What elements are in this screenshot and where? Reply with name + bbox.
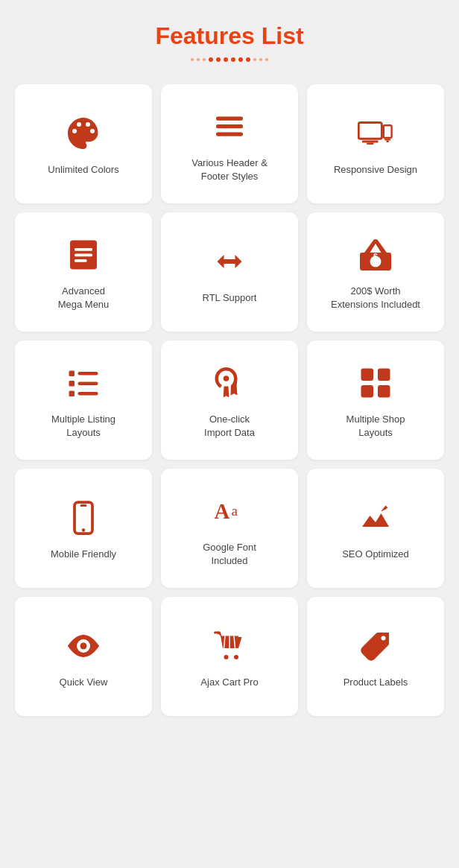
mobile-icon bbox=[66, 500, 101, 536]
feature-card-extensions: $ 200$ WorthExtensions Includedt bbox=[307, 212, 444, 332]
page-title: Features List bbox=[15, 22, 444, 50]
feature-card-shop-layouts: Multiple ShopLayouts bbox=[307, 340, 444, 460]
dot bbox=[216, 57, 221, 62]
feature-label-google-font: Google FontIncluded bbox=[203, 541, 256, 568]
feature-card-ajax-cart: Ajax Cart Pro bbox=[161, 597, 298, 716]
dot bbox=[224, 57, 228, 62]
svg-rect-10 bbox=[75, 248, 92, 251]
svg-point-33 bbox=[234, 655, 238, 659]
feature-card-mobile: Mobile Friendly bbox=[15, 469, 152, 588]
svg-rect-17 bbox=[78, 381, 98, 385]
dot bbox=[265, 58, 268, 61]
feature-card-header-footer: Various Header &Footer Styles bbox=[161, 84, 298, 203]
feature-card-mega-menu: AdvancedMega Menu bbox=[15, 212, 152, 332]
svg-text:A: A bbox=[215, 498, 230, 522]
feature-label-listing-layouts: Multiple ListingLayouts bbox=[51, 413, 115, 440]
svg-rect-0 bbox=[216, 116, 243, 120]
svg-rect-15 bbox=[78, 372, 98, 376]
dot bbox=[231, 57, 235, 62]
feature-label-ajax-cart: Ajax Cart Pro bbox=[200, 676, 258, 689]
svg-rect-11 bbox=[75, 253, 92, 256]
dot bbox=[246, 57, 250, 62]
feature-label-shop-layouts: Multiple ShopLayouts bbox=[346, 413, 405, 440]
feature-label-unlimited-colors: Unlimited Colors bbox=[48, 163, 118, 177]
svg-point-20 bbox=[224, 376, 230, 381]
feature-card-quick-view: Quick View bbox=[15, 597, 152, 716]
eye-icon bbox=[66, 628, 101, 664]
palette-icon bbox=[66, 115, 101, 151]
dot bbox=[209, 57, 213, 62]
tag-icon bbox=[358, 628, 393, 664]
svg-rect-7 bbox=[384, 139, 390, 140]
header: Features List bbox=[15, 22, 444, 62]
features-grid: Unlimited Colors Various Header &Footer … bbox=[15, 84, 444, 716]
dot bbox=[203, 58, 206, 61]
svg-rect-19 bbox=[78, 392, 98, 396]
grid4-icon bbox=[358, 365, 393, 401]
svg-rect-21 bbox=[361, 368, 374, 381]
feature-label-responsive: Responsive Design bbox=[334, 163, 417, 177]
rtl-icon bbox=[212, 244, 247, 279]
svg-rect-4 bbox=[384, 125, 392, 138]
feature-card-unlimited-colors: Unlimited Colors bbox=[15, 84, 152, 203]
document-icon bbox=[66, 237, 101, 273]
svg-rect-14 bbox=[69, 370, 75, 376]
feature-card-product-labels: Product Labels bbox=[307, 597, 444, 716]
svg-rect-16 bbox=[69, 381, 75, 387]
responsive-icon bbox=[358, 115, 393, 151]
svg-point-27 bbox=[82, 528, 86, 532]
svg-rect-6 bbox=[367, 143, 374, 145]
svg-rect-18 bbox=[69, 390, 75, 396]
dot bbox=[253, 58, 256, 61]
header-dots bbox=[15, 57, 444, 62]
menu-icon bbox=[212, 109, 247, 145]
svg-rect-3 bbox=[358, 123, 382, 139]
svg-rect-12 bbox=[75, 259, 87, 262]
feature-label-seo: SEO Optimized bbox=[342, 548, 409, 561]
feature-label-quick-view: Quick View bbox=[60, 676, 108, 689]
feature-card-one-click: One-clickImport Data bbox=[161, 340, 298, 460]
feature-label-header-footer: Various Header &Footer Styles bbox=[191, 156, 268, 183]
svg-rect-2 bbox=[216, 132, 243, 136]
svg-rect-24 bbox=[378, 385, 390, 398]
svg-rect-1 bbox=[216, 124, 243, 128]
feature-label-mega-menu: AdvancedMega Menu bbox=[58, 285, 110, 311]
svg-rect-26 bbox=[80, 504, 87, 507]
dot bbox=[191, 58, 194, 61]
cart-icon bbox=[212, 628, 247, 664]
feature-label-mobile: Mobile Friendly bbox=[51, 548, 116, 561]
dot bbox=[238, 57, 243, 62]
feature-card-responsive: Responsive Design bbox=[307, 84, 444, 203]
feature-label-product-labels: Product Labels bbox=[344, 676, 408, 689]
feature-label-extensions: 200$ WorthExtensions Includedt bbox=[331, 285, 420, 311]
feature-card-seo: SEO Optimized bbox=[307, 469, 444, 588]
dot bbox=[259, 58, 262, 61]
page-wrapper: Features List Unlimited Colors Various H… bbox=[0, 0, 459, 746]
svg-rect-8 bbox=[386, 141, 389, 142]
svg-point-30 bbox=[80, 642, 87, 649]
seo-icon bbox=[358, 500, 393, 536]
svg-text:$: $ bbox=[373, 252, 378, 261]
feature-card-google-font: A a Google FontIncluded bbox=[161, 469, 298, 588]
svg-rect-5 bbox=[362, 141, 379, 143]
svg-text:a: a bbox=[231, 503, 238, 519]
svg-rect-22 bbox=[378, 368, 390, 381]
click-icon bbox=[212, 365, 247, 401]
dot bbox=[197, 58, 200, 61]
svg-point-32 bbox=[224, 655, 229, 659]
svg-rect-23 bbox=[361, 385, 374, 398]
font-icon: A a bbox=[212, 493, 247, 529]
money-icon: $ bbox=[358, 237, 393, 273]
feature-card-listing-layouts: Multiple ListingLayouts bbox=[15, 340, 152, 460]
feature-card-rtl: RTL Support bbox=[161, 212, 298, 332]
feature-label-one-click: One-clickImport Data bbox=[204, 413, 255, 440]
list-icon bbox=[66, 365, 101, 401]
feature-label-rtl: RTL Support bbox=[203, 291, 257, 305]
